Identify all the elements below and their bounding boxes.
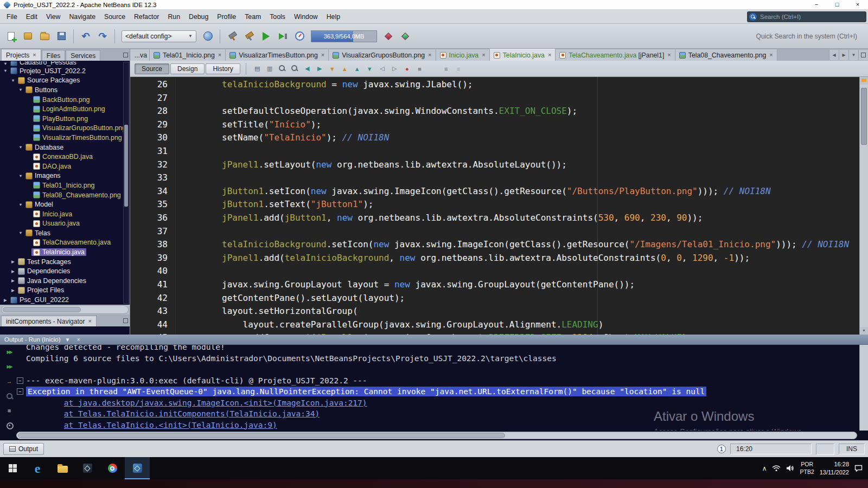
scrollbar-thumb[interactable]	[3, 307, 81, 312]
tree-collapse-icon[interactable]: ▼	[17, 202, 24, 207]
fold-handle-icon[interactable]: −	[17, 377, 23, 384]
move-up-icon[interactable]: ▲	[352, 63, 363, 74]
menu-item-team[interactable]: Team	[240, 10, 265, 23]
save-all-button[interactable]	[54, 29, 69, 44]
tree-item-cadastro-pessoas[interactable]: ▼Cadastro_Pessoas	[0, 61, 130, 66]
maximize-editor-icon[interactable]	[858, 50, 868, 60]
tree-item-playbutton-png[interactable]: PlayButton.png	[0, 114, 130, 124]
output-window-button[interactable]: Output	[3, 443, 44, 455]
next-bookmark-icon[interactable]: ▼	[327, 63, 338, 74]
editor-tab-telachaveamento-java[interactable]: TelaChaveamento.java [jPanel1]×	[556, 49, 675, 61]
close-icon[interactable]: ×	[88, 318, 91, 324]
profile-project-button[interactable]	[292, 29, 307, 44]
scrollbar-thumb[interactable]	[861, 88, 867, 145]
output-horizontal-scrollbar[interactable]	[16, 432, 857, 439]
tree-expand-icon[interactable]: ▶	[10, 269, 16, 274]
tree-vertical-scrollbar[interactable]	[123, 62, 129, 304]
close-icon[interactable]: ×	[769, 52, 773, 58]
panel-tab-files[interactable]: Files	[42, 50, 65, 61]
tree-item-visualizargruposbutton-png[interactable]: VisualizarGruposButton.png	[0, 124, 130, 133]
close-icon[interactable]: ×	[428, 52, 431, 58]
close-icon[interactable]: ×	[321, 52, 324, 58]
tree-item-source-packages[interactable]: ▼Source Packages	[0, 76, 130, 86]
tree-collapse-icon[interactable]: ▼	[17, 230, 24, 235]
tree-item-projeto-usjt-2022-2[interactable]: ▼Projeto_USJT_2022.2	[0, 66, 130, 76]
editor-vertical-scrollbar[interactable]: ▲ ▼	[859, 77, 868, 335]
tree-item-inicio-java[interactable]: Inicio.java	[0, 209, 130, 219]
output-header[interactable]: Output - Run (Inicio) ▼ ×	[0, 335, 868, 345]
netbeans-active-taskbar-button[interactable]	[125, 457, 150, 479]
quick-search[interactable]: Quick Search in the system (Ctrl+I)	[749, 30, 865, 42]
view-history-button[interactable]: History	[206, 63, 240, 74]
tree-item-psc-gui-20222[interactable]: ▶Psc_GUI_20222	[0, 295, 130, 305]
versioning-diff-icon[interactable]: ▤	[252, 63, 263, 74]
tab-scroll-right-icon[interactable]: ▶	[839, 50, 848, 60]
tree-horizontal-scrollbar[interactable]	[1, 305, 129, 314]
output-menu-icon[interactable]: ▼	[64, 337, 72, 343]
find-selection-icon[interactable]	[289, 63, 301, 74]
menu-item-window[interactable]: Window	[290, 10, 322, 23]
start-macro-icon[interactable]: ●	[401, 63, 413, 74]
tree-item-model[interactable]: ▼Model	[0, 200, 130, 209]
panel-tab-services[interactable]: Services	[66, 50, 100, 61]
tree-item-buttons[interactable]: ▼Buttons	[0, 85, 130, 95]
config-select[interactable]: <default config> ▼	[122, 30, 196, 42]
scrollbar-thumb[interactable]	[18, 433, 505, 438]
tree-item-backbutton-png[interactable]: BackButton.png	[0, 95, 130, 105]
edge-taskbar-button[interactable]: e	[25, 457, 50, 479]
shift-left-icon[interactable]: ◁	[376, 63, 388, 74]
move-down-icon[interactable]: ▼	[364, 63, 375, 74]
chrome-taskbar-button[interactable]	[100, 457, 125, 479]
tree-item-telas[interactable]: ▼Telas	[0, 228, 130, 238]
tree-item-tela08-chaveamento-png[interactable]: Tela08_Chaveamento.png	[0, 190, 130, 200]
redo-button[interactable]: ↷	[95, 29, 110, 44]
editor-tab-va[interactable]: ...va	[130, 49, 150, 61]
tree-collapse-icon[interactable]: ▼	[2, 61, 9, 66]
tree-item-usuario-java[interactable]: Usuario.java	[0, 219, 130, 229]
tree-item-telachaveamento-java[interactable]: TelaChaveamento.java	[0, 238, 130, 248]
dock-panel-icon[interactable]	[123, 52, 128, 59]
tree-item-dao-java[interactable]: DAO.java	[0, 162, 130, 171]
error-stripe-mark[interactable]	[861, 79, 866, 82]
run-project-button[interactable]	[258, 29, 273, 44]
profile-point-button[interactable]	[381, 29, 396, 44]
tree-expand-icon[interactable]: ▶	[10, 288, 16, 293]
menu-item-tools[interactable]: Tools	[265, 10, 290, 23]
output-close-icon[interactable]: ×	[75, 337, 82, 343]
menu-item-view[interactable]: View	[42, 10, 65, 23]
resume-icon[interactable]: →	[4, 376, 14, 386]
find-icon[interactable]	[277, 63, 288, 74]
editor-tab-tela08-chaveamento-png[interactable]: Tela08_Chaveamento.png×	[675, 49, 777, 61]
tree-collapse-icon[interactable]: ▼	[10, 78, 16, 83]
editor-tab-telainicio-java[interactable]: TelaInicio.java×	[490, 49, 556, 61]
output-settings-icon[interactable]	[4, 420, 14, 430]
network-icon[interactable]	[772, 465, 781, 472]
toggle-comment-icon[interactable]: ≡	[441, 63, 452, 74]
close-icon[interactable]: ×	[218, 52, 221, 58]
rerun-icon[interactable]: ▶▶	[4, 347, 14, 357]
tree-expand-icon[interactable]: ▶	[2, 298, 9, 303]
global-search[interactable]	[747, 11, 866, 22]
clean-build-button[interactable]	[241, 29, 257, 44]
editor-tab-inicio-java[interactable]: Inicio.java×	[436, 49, 490, 61]
tree-expand-icon[interactable]: ▶	[10, 259, 16, 264]
notifications-badge[interactable]: 1	[717, 445, 726, 453]
forward-icon[interactable]: ▶	[314, 63, 326, 74]
new-project-button[interactable]	[20, 29, 35, 44]
close-icon[interactable]: ×	[482, 52, 485, 58]
close-icon[interactable]: ×	[548, 52, 551, 58]
menu-item-debug[interactable]: Debug	[184, 10, 213, 23]
shift-right-icon[interactable]: ▷	[389, 63, 400, 74]
stop-macro-icon[interactable]: ■	[414, 63, 425, 74]
netbeans-taskbar-button[interactable]	[75, 457, 100, 479]
back-icon[interactable]: ◀	[302, 63, 313, 74]
tree-item-tela01-inicio-png[interactable]: Tela01_Inicio.png	[0, 181, 130, 190]
tree-item-database[interactable]: ▼Database	[0, 143, 130, 152]
tab-list-icon[interactable]: ▼	[848, 50, 858, 60]
tree-collapse-icon[interactable]: ▼	[2, 68, 9, 73]
volume-icon[interactable]	[786, 465, 794, 472]
stack-trace-link[interactable]: at Telas.TelaInicio.initComponents(TelaI…	[64, 409, 320, 418]
tree-item-project-files[interactable]: ▶Project Files	[0, 286, 130, 296]
menu-item-refactor[interactable]: Refactor	[130, 10, 163, 23]
tab-scroll-left-icon[interactable]: ◀	[829, 50, 839, 60]
